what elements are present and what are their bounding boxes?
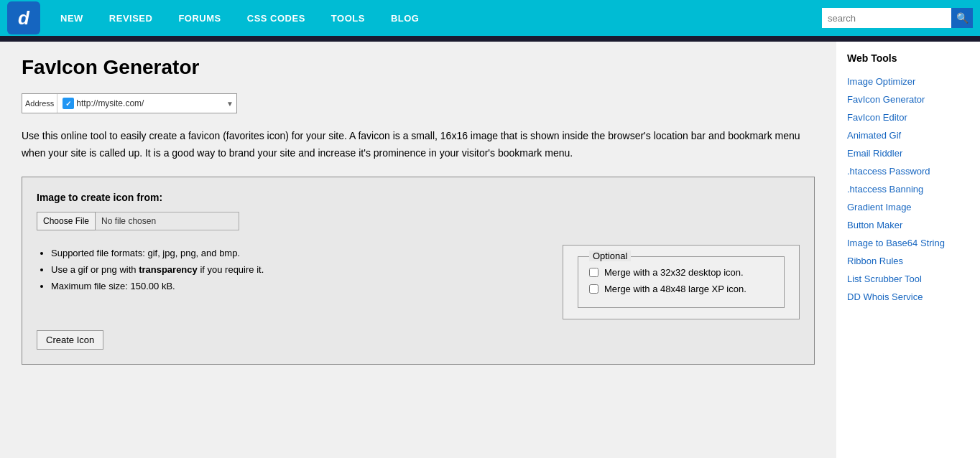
sidebar-link-htaccess-password[interactable]: .htaccess Password [847, 162, 969, 180]
address-url: http://mysite.com/ [76, 98, 226, 108]
address-dropdown[interactable]: ▼ [226, 100, 234, 108]
optional-legend: Optional [589, 251, 631, 261]
sidebar: Web Tools Image Optimizer FavIcon Genera… [836, 42, 980, 458]
nav-tools[interactable]: TOOLS [318, 0, 378, 36]
bullet-list: Supported file formats: gif, jpg, png, a… [37, 245, 541, 319]
sidebar-link-ribbon-rules[interactable]: Ribbon Rules [847, 252, 969, 270]
search-input[interactable] [822, 8, 951, 28]
nav-revised[interactable]: REVISED [96, 0, 166, 36]
bullet-2: Use a gif or png with transparency if yo… [51, 261, 541, 278]
sidebar-title: Web Tools [847, 52, 969, 64]
dark-divider [0, 36, 980, 42]
sidebar-link-list-scrubber[interactable]: List Scrubber Tool [847, 270, 969, 288]
description: Use this online tool to easily create a … [22, 128, 815, 162]
checkbox-32x32-label: Merge with a 32x32 desktop icon. [604, 267, 744, 278]
sidebar-link-image-optimizer[interactable]: Image Optimizer [847, 73, 969, 90]
sidebar-link-htaccess-banning[interactable]: .htaccess Banning [847, 180, 969, 198]
checkbox-32x32[interactable] [589, 268, 598, 277]
sidebar-link-email-riddler[interactable]: Email Riddler [847, 144, 969, 162]
nav-links: NEW REVISED FORUMS CSS CODES TOOLS BLOG [47, 0, 822, 36]
search-button[interactable]: 🔍 [951, 8, 973, 28]
checkbox-48x48[interactable] [589, 284, 598, 294]
sidebar-link-favicon-generator[interactable]: FavIcon Generator [847, 90, 969, 108]
checkbox-48x48-label: Merge with a 48x48 large XP icon. [604, 284, 746, 294]
form-columns: Supported file formats: gif, jpg, png, a… [37, 245, 800, 319]
nav-blog[interactable]: BLOG [378, 0, 433, 36]
sidebar-link-favicon-editor[interactable]: FavIcon Editor [847, 108, 969, 126]
create-icon-button[interactable]: Create Icon [37, 330, 103, 350]
main-wrapper: FavIcon Generator Address ✓ http://mysit… [0, 42, 980, 458]
site-logo[interactable]: d [7, 1, 40, 34]
form-box-title: Image to create icon from: [37, 192, 800, 203]
file-name-display: No file chosen [96, 212, 239, 230]
content-area: FavIcon Generator Address ✓ http://mysit… [0, 42, 836, 458]
optional-box: Optional Merge with a 32x32 desktop icon… [563, 245, 800, 319]
topbar: d NEW REVISED FORUMS CSS CODES TOOLS BLO… [0, 0, 980, 36]
sidebar-link-dd-whois[interactable]: DD Whois Service [847, 288, 969, 306]
choose-file-button[interactable]: Choose File [37, 212, 96, 230]
bullet-1: Supported file formats: gif, jpg, png, a… [51, 245, 541, 261]
nav-forums[interactable]: FORUMS [165, 0, 234, 36]
sidebar-link-animated-gif[interactable]: Animated Gif [847, 126, 969, 144]
checkbox-row-2: Merge with a 48x48 large XP icon. [589, 284, 773, 294]
address-icon: ✓ [63, 98, 74, 109]
sidebar-link-gradient-image[interactable]: Gradient Image [847, 198, 969, 216]
address-bar: Address ✓ http://mysite.com/ ▼ [22, 93, 237, 113]
nav-new[interactable]: NEW [47, 0, 96, 36]
sidebar-link-button-maker[interactable]: Button Maker [847, 216, 969, 234]
file-input-row: Choose File No file chosen [37, 212, 800, 230]
search-bar: 🔍 [822, 8, 973, 28]
checkbox-row-1: Merge with a 32x32 desktop icon. [589, 267, 773, 278]
nav-css-codes[interactable]: CSS CODES [234, 0, 318, 36]
bullet-3: Maximum file size: 150.00 kB. [51, 278, 541, 294]
sidebar-link-image-base64[interactable]: Image to Base64 String [847, 234, 969, 252]
form-box: Image to create icon from: Choose File N… [22, 177, 815, 365]
page-title: FavIcon Generator [22, 56, 815, 79]
address-label: Address [25, 94, 57, 113]
svg-text:✓: ✓ [65, 100, 71, 108]
